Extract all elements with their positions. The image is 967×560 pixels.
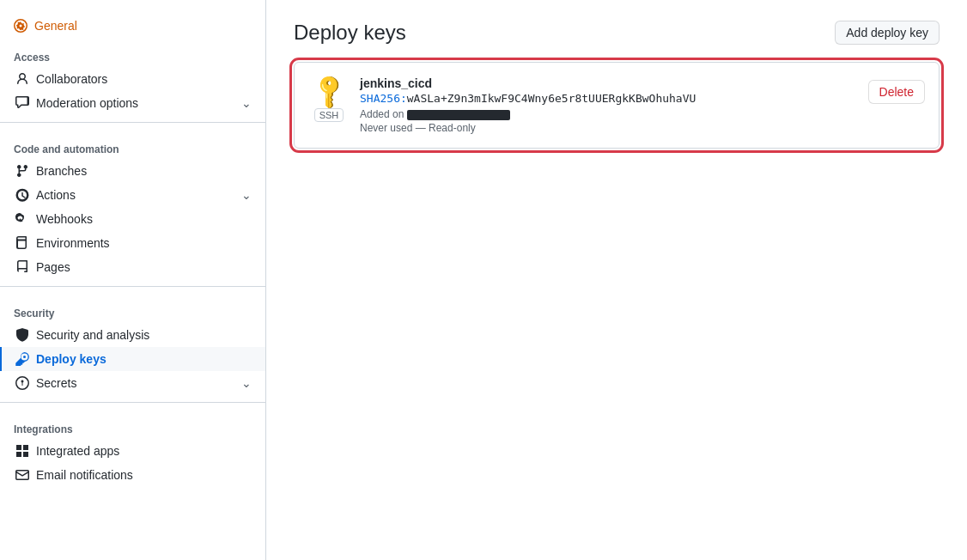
sidebar-item-environments[interactable]: Environments	[0, 231, 265, 255]
secret-icon	[15, 376, 29, 390]
sidebar-item-collaborators-label: Collaborators	[36, 72, 107, 86]
environment-icon	[15, 236, 29, 250]
sidebar-item-webhooks-label: Webhooks	[36, 212, 93, 226]
sidebar-divider-3	[0, 402, 265, 403]
sidebar-item-secrets-label: Secrets	[36, 376, 76, 390]
key-name: jenkins_cicd	[360, 76, 858, 90]
added-label: Added on	[360, 108, 404, 120]
added-date-redacted	[407, 110, 510, 120]
add-deploy-key-button[interactable]: Add deploy key	[835, 21, 940, 45]
sidebar-divider-1	[0, 122, 265, 123]
sidebar-section-integrations: Integrations	[0, 410, 265, 439]
sidebar: General Access Collaborators Moderation …	[0, 0, 266, 560]
person-icon	[15, 72, 29, 86]
sidebar-item-integrated-apps-label: Integrated apps	[36, 444, 119, 458]
sidebar-item-secrets[interactable]: Secrets ⌄	[0, 371, 265, 395]
fingerprint-value: wASLa+Z9n3mIkwF9C4Wny6e5r8tUUERgkKBwOhuh…	[407, 92, 696, 105]
deploy-key-card: 🔑 SSH jenkins_cicd SHA256:wASLa+Z9n3mIkw…	[294, 62, 940, 149]
sidebar-item-actions-label: Actions	[36, 188, 76, 202]
sidebar-item-email-notifications[interactable]: Email notifications	[0, 463, 265, 487]
sidebar-item-deploy-keys[interactable]: Deploy keys	[0, 347, 265, 371]
sidebar-section-access: Access	[0, 38, 265, 67]
key-status: Never used — Read-only	[360, 122, 858, 134]
deploy-key-card-inner: 🔑 SSH jenkins_cicd SHA256:wASLa+Z9n3mIkw…	[295, 63, 939, 148]
key-added-date: Added on	[360, 108, 858, 120]
delete-key-button[interactable]: Delete	[868, 80, 925, 104]
sidebar-item-email-notifications-label: Email notifications	[36, 468, 133, 482]
sidebar-divider-2	[0, 286, 265, 287]
sidebar-item-branches-label: Branches	[36, 164, 87, 178]
sidebar-item-collaborators[interactable]: Collaborators	[0, 67, 265, 91]
sidebar-item-pages-label: Pages	[36, 260, 70, 274]
sidebar-item-moderation[interactable]: Moderation options ⌄	[0, 91, 265, 115]
webhook-icon	[15, 212, 29, 226]
chevron-down-icon-actions: ⌄	[241, 188, 252, 202]
gear-icon	[14, 19, 27, 33]
page-title: Deploy keys	[294, 21, 406, 45]
report-icon	[15, 96, 29, 110]
email-icon	[15, 468, 29, 482]
sidebar-section-code: Code and automation	[0, 130, 265, 159]
sidebar-item-deploy-keys-label: Deploy keys	[36, 352, 106, 366]
key-actions: Delete	[868, 76, 925, 104]
key-icon-area: 🔑 SSH	[308, 76, 350, 122]
key-icon	[15, 352, 29, 366]
sidebar-item-integrated-apps[interactable]: Integrated apps	[0, 439, 265, 463]
main-header: Deploy keys Add deploy key	[294, 21, 940, 45]
sidebar-item-moderation-label: Moderation options	[36, 96, 138, 110]
actions-icon	[15, 188, 29, 202]
sidebar-item-security-analysis[interactable]: Security and analysis	[0, 323, 265, 347]
sidebar-item-security-analysis-label: Security and analysis	[36, 328, 149, 342]
sidebar-item-webhooks[interactable]: Webhooks	[0, 207, 265, 231]
sidebar-item-pages[interactable]: Pages	[0, 255, 265, 279]
chevron-down-icon-secrets: ⌄	[241, 376, 252, 390]
chevron-down-icon: ⌄	[241, 96, 252, 110]
branch-icon	[15, 164, 29, 178]
key-fingerprint: SHA256:wASLa+Z9n3mIkwF9C4Wny6e5r8tUUERgk…	[360, 92, 858, 105]
sidebar-item-general[interactable]: General	[0, 14, 265, 38]
sidebar-item-environments-label: Environments	[36, 236, 110, 250]
pages-icon	[15, 260, 29, 274]
sidebar-section-security: Security	[0, 294, 265, 323]
main-content: Deploy keys Add deploy key 🔑 SSH jenkins…	[266, 0, 967, 560]
sidebar-item-actions[interactable]: Actions ⌄	[0, 183, 265, 207]
key-details: jenkins_cicd SHA256:wASLa+Z9n3mIkwF9C4Wn…	[360, 76, 858, 134]
sidebar-general-label: General	[34, 19, 77, 33]
apps-icon	[15, 444, 29, 458]
deploy-key-icon: 🔑	[308, 70, 350, 111]
shield-icon	[15, 328, 29, 342]
fingerprint-prefix: SHA256:	[360, 92, 407, 105]
sidebar-item-branches[interactable]: Branches	[0, 159, 265, 183]
